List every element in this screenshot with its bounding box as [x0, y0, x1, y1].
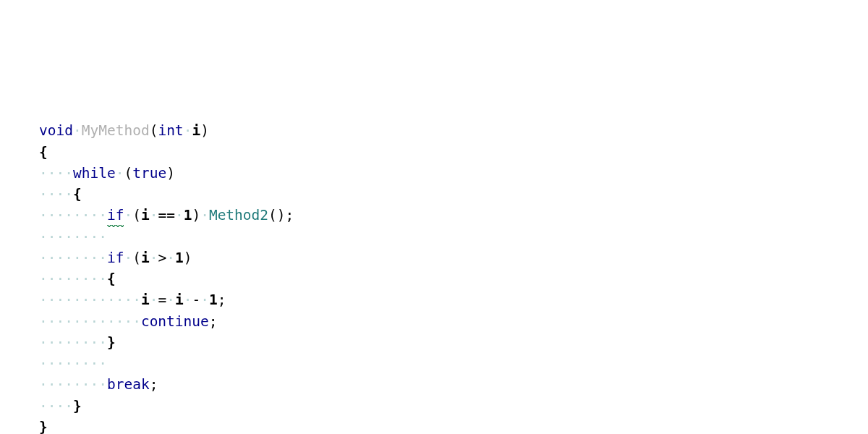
line-5: ········if·(i·==·1)·Method2(); [39, 207, 294, 224]
line-3: ····while·(true) [39, 165, 175, 182]
line-4: ····{ [39, 186, 82, 203]
line-10: ············continue; [39, 313, 218, 330]
keyword-if: if [107, 250, 124, 266]
line-11: ········} [39, 334, 116, 351]
line-13: ········break; [39, 376, 158, 393]
keyword-true: true [132, 165, 166, 182]
warning-underline: if [107, 205, 124, 226]
param-i: i [192, 122, 200, 139]
line-9: ············i·=·i·-·1; [39, 292, 226, 308]
call-Method2: Method2 [209, 207, 268, 224]
keyword-while: while [73, 165, 116, 182]
line-14: ····} [39, 398, 82, 414]
line-6: ········ [39, 229, 107, 245]
line-1: void·MyMethod(int·i) [39, 122, 209, 139]
keyword-void: void [39, 122, 73, 139]
code-block: void·MyMethod(int·i) { ····while·(true) … [39, 99, 625, 434]
keyword-if: if [107, 207, 124, 224]
keyword-continue: continue [141, 313, 209, 330]
keyword-break: break [107, 376, 150, 393]
line-12: ········ [39, 355, 107, 372]
line-2: { [39, 144, 48, 161]
line-15: } [39, 419, 48, 434]
line-8: ········{ [39, 271, 116, 287]
keyword-int: int [158, 122, 183, 139]
method-decl-MyMethod: MyMethod [82, 122, 150, 139]
line-7: ········if·(i·>·1) [39, 250, 192, 266]
